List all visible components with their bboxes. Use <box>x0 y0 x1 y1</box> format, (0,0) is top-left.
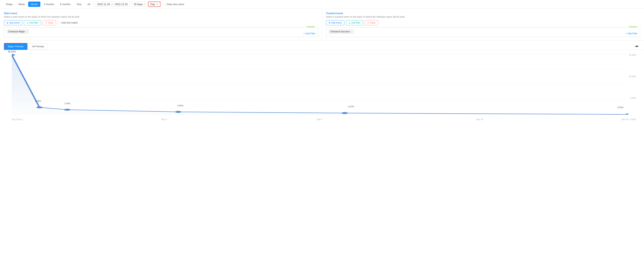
day-caret: ▼ <box>156 3 158 5</box>
6months-button[interactable]: 6 months <box>58 2 73 7</box>
date-from: 2022.11.16 <box>97 3 110 6</box>
x-label-day1: Day 1Day 2 <box>12 118 23 120</box>
x-icon: ✕ <box>45 21 47 24</box>
start-add-filter-button[interactable]: ⊿ Add filter <box>24 20 41 25</box>
start-event-title: Start event <box>4 12 318 15</box>
tracked-event-panel: Tracked event Select a tracked event on … <box>322 9 644 40</box>
x-axis: Day 1Day 2 Day 3 Day 7 Day 14 Day 30 <box>12 116 628 120</box>
tracked-add-filter-button[interactable]: ⊿ Add filter <box>346 20 363 25</box>
point-day1 <box>12 54 15 56</box>
only-new-users-control: Only new users <box>163 3 184 6</box>
start-included-label: Included <box>306 26 316 28</box>
retention-line <box>12 55 628 114</box>
start-event-tag-name: Checkout Begin <box>8 30 25 33</box>
tracked-event-actions: ⊕ Add event ⊿ Add filter ✕ Clear <box>326 20 640 25</box>
tracked-event-title: Tracked event <box>326 12 640 15</box>
start-event-tag: Checkout Begin × <box>6 30 29 34</box>
only-new-users-label: Only new users <box>167 3 184 6</box>
label-day1: 18.31% <box>8 50 16 53</box>
event-selectors: Start event Select a start event on the … <box>0 9 644 40</box>
x-label-day3: Day 3 <box>161 118 167 120</box>
today-button[interactable]: Today <box>3 2 15 7</box>
days-caret: ▼ <box>144 3 146 5</box>
tracked-event-tag: Checkout Success × <box>328 30 354 34</box>
chart-area: 15.00% 10.00% 5.00% 0.00% 18.31% 2.18% 1… <box>0 50 644 128</box>
point-day30 <box>625 113 628 115</box>
cloud-download-icon[interactable]: ☁ <box>634 43 638 48</box>
y-label-10: 10.00% <box>629 75 636 78</box>
prev-date-arrow[interactable]: ‹ <box>96 3 96 6</box>
y-axis: 15.00% 10.00% 5.00% 0.00% <box>629 54 636 120</box>
label-day3: 1.43% <box>64 102 70 105</box>
point-day2 <box>36 106 42 108</box>
retention-chart-svg <box>12 54 628 115</box>
start-event-panel: Start event Select a start event on the … <box>0 9 322 40</box>
tracked-event-desc: Select a tracked event on the basis of w… <box>326 16 640 18</box>
label-day30: 0.02% <box>617 106 624 108</box>
label-day14: 0.47% <box>348 105 354 108</box>
tracked-add-filter-label: Add filter <box>351 21 360 24</box>
month-button[interactable]: Month <box>28 2 40 7</box>
tracked-included-label: Included <box>628 26 638 28</box>
x-icon-2: ✕ <box>367 21 369 24</box>
tracked-event-tag-name: Checkout Success <box>330 30 350 33</box>
all-button[interactable]: All <box>85 2 93 7</box>
x-label-day30: Day 30 <box>622 118 628 120</box>
only-first-match-control: Only first match <box>58 21 78 24</box>
label-day7: 0.83% <box>177 104 184 107</box>
start-event-tag-close[interactable]: × <box>26 30 27 33</box>
start-clear-label: Clear <box>48 21 54 24</box>
start-add-event-button[interactable]: ⊕ Add event <box>4 20 22 25</box>
only-new-users-checkbox[interactable] <box>163 3 166 6</box>
tracked-included-box: Included Checkout Success × + Add Filter <box>326 27 640 37</box>
tracked-add-filter-link[interactable]: + Add Filter <box>626 32 638 35</box>
tabs-section: Major Periods All Periods ☁ <box>0 40 644 50</box>
point-day14 <box>342 112 348 114</box>
day-dropdown[interactable]: Day ▼ <box>148 2 160 7</box>
year-button[interactable]: Year <box>74 2 84 7</box>
date-to: 2022.12.15 <box>115 3 128 6</box>
start-event-actions: ⊕ Add event ⊿ Add filter ✕ Clear Only fi… <box>4 20 318 25</box>
chart-area-fill <box>12 55 628 115</box>
x-label-day7: Day 7 <box>317 118 322 120</box>
all-periods-tab[interactable]: All Periods <box>28 43 48 50</box>
days-select[interactable]: 30 days ▼ <box>132 2 147 7</box>
date-separator: — <box>111 3 114 6</box>
tracked-clear-button[interactable]: ✕ Clear <box>364 20 378 25</box>
tracked-add-event-button[interactable]: ⊕ Add event <box>326 20 344 25</box>
next-date-arrow[interactable]: › <box>129 3 130 6</box>
start-included-box: Included Checkout Begin × + Add Filter <box>4 27 318 37</box>
y-label-15: 15.00% <box>629 54 636 56</box>
point-day3 <box>64 109 70 111</box>
tracked-clear-label: Clear <box>370 21 376 24</box>
plus-circle-icon-2: ⊕ <box>328 21 330 24</box>
start-add-filter-link[interactable]: + Add Filter <box>303 32 315 35</box>
toolbar: Today Week Month 3 months 6 months Year … <box>0 0 644 9</box>
major-periods-tab[interactable]: Major Periods <box>4 43 28 50</box>
only-first-match-label: Only first match <box>61 21 78 24</box>
only-first-match-checkbox[interactable] <box>58 21 60 24</box>
start-event-desc: Select a start event on the basis of whi… <box>4 16 318 18</box>
x-label-day14: Day 14 <box>476 118 483 120</box>
date-range-control[interactable]: ‹ 2022.11.16 — 2022.12.15 › <box>94 2 132 7</box>
week-button[interactable]: Week <box>16 2 28 7</box>
chart-container: 15.00% 10.00% 5.00% 0.00% 18.31% 2.18% 1… <box>12 54 640 120</box>
day-dropdown-label: Day <box>150 3 155 6</box>
filter-icon: ⊿ <box>26 21 28 24</box>
label-day2: 2.18% <box>35 100 41 102</box>
y-label-5: 5.00% <box>629 97 636 99</box>
point-day7 <box>175 111 181 113</box>
start-add-event-label: Add event <box>9 21 20 24</box>
y-label-0: 0.00% <box>629 118 636 120</box>
days-label: 30 days <box>134 3 143 6</box>
plus-circle-icon: ⊕ <box>6 21 8 24</box>
start-add-filter-label: Add filter <box>29 21 38 24</box>
tracked-event-tag-close[interactable]: × <box>351 30 352 33</box>
start-clear-button[interactable]: ✕ Clear <box>42 20 56 25</box>
filter-icon-2: ⊿ <box>348 21 350 24</box>
tracked-add-event-label: Add event <box>331 21 342 24</box>
3months-button[interactable]: 3 months <box>41 2 56 7</box>
